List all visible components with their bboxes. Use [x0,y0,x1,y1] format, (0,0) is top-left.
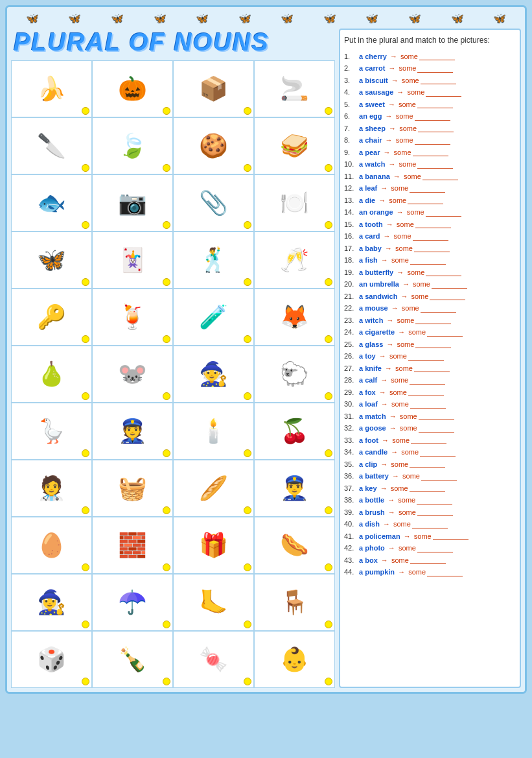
yellow-dot [163,678,170,685]
grid-cell-keys: 🔑 [11,289,92,346]
instructions-text: Put in the plural and match to the pictu… [344,35,516,46]
exercise-item: 32. a goose → some [344,423,516,434]
exercise-arrow: → [397,207,404,218]
grid-row-10: 🧙‍♀️ ☂️ 🦶 🪑 [11,574,335,631]
grid-cell-cherry: 🍒 [254,403,335,460]
exercise-blank [408,353,444,361]
exercise-blank [417,545,453,552]
exercise-num: 35. [344,459,357,470]
exercise-num: 15. [344,219,357,230]
yellow-dot [163,563,170,571]
exercise-panel: Put in the plural and match to the pictu… [339,29,521,688]
exercise-article: a bottle [359,495,384,506]
exercise-some: some [400,411,417,422]
exercise-item: 31. a match → some [344,411,516,422]
exercise-arrow: → [386,135,393,146]
yellow-dot [82,392,89,400]
exercise-item: 15. a tooth → some [344,219,516,230]
grid-cell-leaf: 🍃 [92,117,173,174]
exercise-arrow: → [381,399,388,410]
exercise-num: 43. [344,555,357,566]
exercise-num: 20. [344,279,357,290]
grid-cell-fish: 🐟 [11,174,92,231]
exercise-item: 28. a calf → some [344,375,516,386]
exercise-num: 12. [344,183,357,194]
yellow-dot [82,278,89,286]
exercise-num: 14. [344,207,357,218]
exercise-arrow: → [391,447,398,458]
exercise-num: 4. [344,87,357,98]
grid-cell-pear: 🍐 [11,346,92,403]
yellow-dot [244,563,251,571]
grid-cell-fox: 🦊 [254,289,335,346]
grid-cell-cards: 🃏 [92,231,173,289]
exercise-some: some [407,87,424,98]
grid-cell-basket: 🧺 [92,460,173,517]
exercise-num: 21. [344,291,357,302]
exercise-some: some [399,159,417,170]
exercise-article: a dish [359,519,380,530]
exercise-item: 36. a battery → some [344,471,516,482]
yellow-dot [244,221,251,229]
exercise-num: 39. [344,507,357,518]
exercise-item: 43. a box → some [344,555,516,566]
exercise-article: a clip [359,459,377,470]
exercise-blank [408,196,443,204]
exercise-article: a box [359,555,378,566]
yellow-dot [325,278,332,286]
grid-cell-knives: 🔪 [11,117,92,174]
exercise-arrow: → [379,387,386,398]
exercise-item: 5. a sweet → some [344,99,516,110]
exercise-blank [421,473,457,480]
exercise-item: 42. a photo → some [344,543,516,554]
exercise-blank [413,148,448,156]
exercise-arrow: → [388,507,395,518]
exercise-arrow: → [378,195,386,206]
exercise-blank [418,124,454,132]
grid-cell-sandwich: 🥪 [254,117,335,174]
exercise-arrow: → [380,483,387,494]
exercise-arrow: → [384,147,391,158]
exercise-some: some [399,63,417,74]
exercise-num: 34. [344,447,357,458]
yellow-dot [244,107,251,115]
exercise-article: a cigarette [359,327,395,338]
exercise-item: 19. a butterfly → some [344,267,516,278]
exercise-some: some [396,111,413,122]
exercise-some: some [397,339,415,350]
exercise-num: 1. [344,51,357,62]
exercise-some: some [400,423,417,434]
exercise-item: 33. a foot → some [344,435,516,446]
grid-row-1: 🍌 🎃 📦 🚬 [11,60,335,117]
exercise-blank [410,377,445,385]
exercise-article: a match [359,411,386,422]
yellow-dot [325,678,332,685]
main-container: 🦋 🦋 🦋 🦋 🦋 🦋 🦋 🦋 🦋 🦋 🦋 🦋 PLURAL OF NOUNS … [5,5,527,694]
yellow-dot [163,164,170,172]
grid-cell-cigarette: 🚬 [254,60,335,117]
yellow-dot [163,107,170,115]
exercise-blank [410,460,445,468]
yellow-dot [325,563,332,571]
grid-cell-matchbox: 📦 [173,60,254,117]
exercise-blank [417,508,453,516]
exercise-article: a sweet [359,99,385,110]
exercise-arrow: → [384,231,391,242]
exercise-blank [426,209,461,217]
grid-cell-nurse: 🧑‍⚕️ [11,460,92,517]
grid-row-5: 🔑 🍹 🧪 🦊 [11,289,335,346]
image-grid: 🍌 🎃 📦 🚬 [11,60,335,688]
yellow-dot [82,107,89,115]
exercise-num: 41. [344,531,357,542]
grid-cell-policemen: 👮‍♂️ [254,460,335,517]
yellow-dot [82,621,89,628]
exercise-blank [408,388,444,396]
grid-row-6: 🍐 🐭 🧙 🐑 [11,346,335,403]
exercise-num: 36. [344,471,357,482]
exercise-num: 18. [344,255,357,266]
exercise-arrow: → [392,471,399,482]
grid-cell-foot: 🦶 [173,574,254,631]
exercise-article: a calf [359,375,377,386]
exercise-arrow: → [386,111,393,122]
exercise-item: 34. a candle → some [344,447,516,458]
